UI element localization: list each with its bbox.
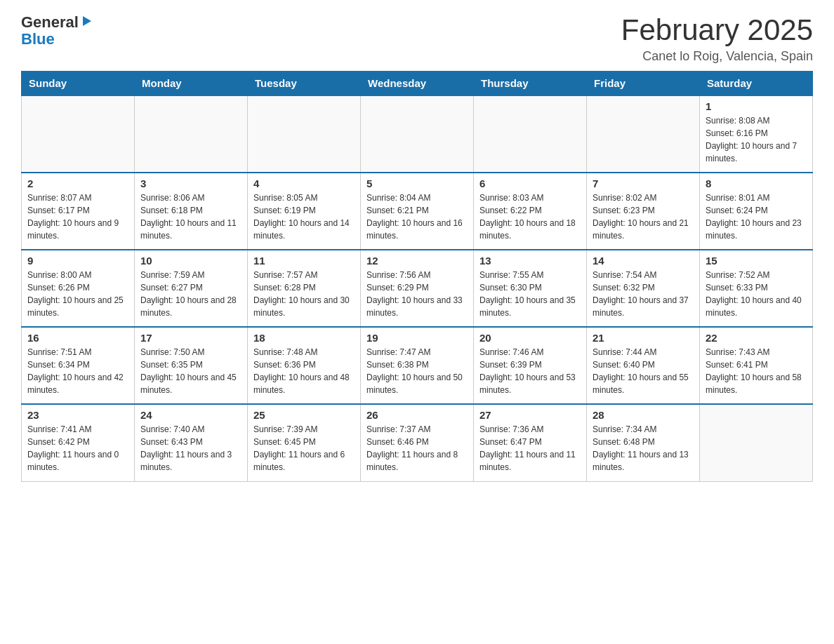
day-number: 13 bbox=[479, 255, 581, 267]
day-info: Sunrise: 7:55 AMSunset: 6:30 PMDaylight:… bbox=[479, 269, 581, 319]
day-info: Sunrise: 7:36 AMSunset: 6:47 PMDaylight:… bbox=[479, 423, 581, 474]
calendar-cell-w2-d1: 3Sunrise: 8:06 AMSunset: 6:18 PMDaylight… bbox=[135, 173, 248, 250]
day-info: Sunrise: 7:54 AMSunset: 6:32 PMDaylight:… bbox=[593, 269, 694, 319]
day-info: Sunrise: 7:37 AMSunset: 6:46 PMDaylight:… bbox=[366, 423, 468, 474]
location-title: Canet lo Roig, Valencia, Spain bbox=[621, 49, 813, 64]
calendar-cell-w5-d4: 27Sunrise: 7:36 AMSunset: 6:47 PMDayligh… bbox=[474, 404, 587, 481]
day-info: Sunrise: 7:52 AMSunset: 6:33 PMDaylight:… bbox=[706, 269, 807, 319]
calendar-table: Sunday Monday Tuesday Wednesday Thursday… bbox=[21, 71, 813, 482]
logo: General Blue bbox=[21, 14, 93, 48]
day-info: Sunrise: 7:47 AMSunset: 6:38 PMDaylight:… bbox=[366, 346, 468, 396]
day-info: Sunrise: 8:03 AMSunset: 6:22 PMDaylight:… bbox=[479, 192, 581, 242]
day-number: 1 bbox=[706, 100, 807, 112]
calendar-cell-w3-d1: 10Sunrise: 7:59 AMSunset: 6:27 PMDayligh… bbox=[135, 250, 248, 327]
day-number: 27 bbox=[479, 409, 581, 421]
day-info: Sunrise: 8:06 AMSunset: 6:18 PMDaylight:… bbox=[140, 192, 241, 242]
calendar-cell-w1-d5 bbox=[587, 95, 700, 173]
logo-general-text: General bbox=[21, 14, 79, 31]
calendar-cell-w4-d6: 22Sunrise: 7:43 AMSunset: 6:41 PMDayligh… bbox=[700, 327, 813, 404]
calendar-cell-w2-d4: 6Sunrise: 8:03 AMSunset: 6:22 PMDaylight… bbox=[474, 173, 587, 250]
calendar-cell-w5-d2: 25Sunrise: 7:39 AMSunset: 6:45 PMDayligh… bbox=[248, 404, 361, 481]
day-number: 2 bbox=[27, 177, 128, 189]
calendar-cell-w5-d6 bbox=[700, 404, 813, 481]
calendar-cell-w5-d1: 24Sunrise: 7:40 AMSunset: 6:43 PMDayligh… bbox=[135, 404, 248, 481]
day-number: 20 bbox=[479, 332, 581, 344]
calendar-cell-w3-d0: 9Sunrise: 8:00 AMSunset: 6:26 PMDaylight… bbox=[22, 250, 135, 327]
day-number: 11 bbox=[253, 255, 355, 267]
week-row-1: 1Sunrise: 8:08 AMSunset: 6:16 PMDaylight… bbox=[22, 95, 813, 173]
page-header: General Blue February 2025 Canet lo Roig… bbox=[21, 14, 813, 64]
col-monday: Monday bbox=[135, 72, 248, 96]
day-number: 26 bbox=[366, 409, 468, 421]
day-info: Sunrise: 7:51 AMSunset: 6:34 PMDaylight:… bbox=[27, 346, 128, 396]
col-tuesday: Tuesday bbox=[248, 72, 361, 96]
calendar-cell-w5-d5: 28Sunrise: 7:34 AMSunset: 6:48 PMDayligh… bbox=[587, 404, 700, 481]
day-number: 6 bbox=[479, 177, 581, 189]
day-info: Sunrise: 7:41 AMSunset: 6:42 PMDaylight:… bbox=[27, 423, 128, 474]
logo-blue-text: Blue bbox=[21, 31, 55, 48]
day-info: Sunrise: 8:07 AMSunset: 6:17 PMDaylight:… bbox=[27, 192, 128, 242]
col-friday: Friday bbox=[587, 72, 700, 96]
day-number: 9 bbox=[27, 255, 128, 267]
day-info: Sunrise: 8:00 AMSunset: 6:26 PMDaylight:… bbox=[27, 269, 128, 319]
day-info: Sunrise: 7:56 AMSunset: 6:29 PMDaylight:… bbox=[366, 269, 468, 319]
day-number: 12 bbox=[366, 255, 468, 267]
calendar-cell-w1-d2 bbox=[248, 95, 361, 173]
week-row-3: 9Sunrise: 8:00 AMSunset: 6:26 PMDaylight… bbox=[22, 250, 813, 327]
calendar-cell-w3-d3: 12Sunrise: 7:56 AMSunset: 6:29 PMDayligh… bbox=[361, 250, 474, 327]
day-info: Sunrise: 8:04 AMSunset: 6:21 PMDaylight:… bbox=[366, 192, 468, 242]
calendar-cell-w1-d0 bbox=[22, 95, 135, 173]
calendar-cell-w5-d3: 26Sunrise: 7:37 AMSunset: 6:46 PMDayligh… bbox=[361, 404, 474, 481]
day-number: 10 bbox=[140, 255, 241, 267]
day-info: Sunrise: 7:46 AMSunset: 6:39 PMDaylight:… bbox=[479, 346, 581, 396]
title-block: February 2025 Canet lo Roig, Valencia, S… bbox=[621, 14, 813, 64]
calendar-cell-w2-d3: 5Sunrise: 8:04 AMSunset: 6:21 PMDaylight… bbox=[361, 173, 474, 250]
calendar-cell-w3-d4: 13Sunrise: 7:55 AMSunset: 6:30 PMDayligh… bbox=[474, 250, 587, 327]
day-number: 18 bbox=[253, 332, 355, 344]
day-number: 14 bbox=[593, 255, 694, 267]
day-number: 7 bbox=[593, 177, 694, 189]
calendar-cell-w4-d5: 21Sunrise: 7:44 AMSunset: 6:40 PMDayligh… bbox=[587, 327, 700, 404]
calendar-cell-w3-d2: 11Sunrise: 7:57 AMSunset: 6:28 PMDayligh… bbox=[248, 250, 361, 327]
day-info: Sunrise: 7:59 AMSunset: 6:27 PMDaylight:… bbox=[140, 269, 241, 319]
day-info: Sunrise: 7:50 AMSunset: 6:35 PMDaylight:… bbox=[140, 346, 241, 396]
calendar-cell-w2-d5: 7Sunrise: 8:02 AMSunset: 6:23 PMDaylight… bbox=[587, 173, 700, 250]
calendar-cell-w4-d3: 19Sunrise: 7:47 AMSunset: 6:38 PMDayligh… bbox=[361, 327, 474, 404]
day-info: Sunrise: 7:34 AMSunset: 6:48 PMDaylight:… bbox=[593, 423, 694, 474]
day-info: Sunrise: 7:48 AMSunset: 6:36 PMDaylight:… bbox=[253, 346, 355, 396]
day-number: 17 bbox=[140, 332, 241, 344]
day-info: Sunrise: 8:08 AMSunset: 6:16 PMDaylight:… bbox=[706, 114, 807, 165]
calendar-cell-w4-d0: 16Sunrise: 7:51 AMSunset: 6:34 PMDayligh… bbox=[22, 327, 135, 404]
day-number: 25 bbox=[253, 409, 355, 421]
week-row-5: 23Sunrise: 7:41 AMSunset: 6:42 PMDayligh… bbox=[22, 404, 813, 481]
day-number: 8 bbox=[706, 177, 807, 189]
calendar-cell-w4-d2: 18Sunrise: 7:48 AMSunset: 6:36 PMDayligh… bbox=[248, 327, 361, 404]
calendar-cell-w5-d0: 23Sunrise: 7:41 AMSunset: 6:42 PMDayligh… bbox=[22, 404, 135, 481]
col-wednesday: Wednesday bbox=[361, 72, 474, 96]
day-number: 5 bbox=[366, 177, 468, 189]
calendar-cell-w4-d4: 20Sunrise: 7:46 AMSunset: 6:39 PMDayligh… bbox=[474, 327, 587, 404]
col-thursday: Thursday bbox=[474, 72, 587, 96]
week-row-4: 16Sunrise: 7:51 AMSunset: 6:34 PMDayligh… bbox=[22, 327, 813, 404]
day-number: 28 bbox=[593, 409, 694, 421]
day-info: Sunrise: 7:57 AMSunset: 6:28 PMDaylight:… bbox=[253, 269, 355, 319]
day-info: Sunrise: 7:44 AMSunset: 6:40 PMDaylight:… bbox=[593, 346, 694, 396]
calendar-cell-w2-d2: 4Sunrise: 8:05 AMSunset: 6:19 PMDaylight… bbox=[248, 173, 361, 250]
day-number: 16 bbox=[27, 332, 128, 344]
day-number: 23 bbox=[27, 409, 128, 421]
day-number: 21 bbox=[593, 332, 694, 344]
calendar-cell-w2-d6: 8Sunrise: 8:01 AMSunset: 6:24 PMDaylight… bbox=[700, 173, 813, 250]
day-number: 22 bbox=[706, 332, 807, 344]
calendar-header-row: Sunday Monday Tuesday Wednesday Thursday… bbox=[22, 72, 813, 96]
calendar-cell-w4-d1: 17Sunrise: 7:50 AMSunset: 6:35 PMDayligh… bbox=[135, 327, 248, 404]
calendar-cell-w1-d1 bbox=[135, 95, 248, 173]
month-title: February 2025 bbox=[621, 14, 813, 46]
week-row-2: 2Sunrise: 8:07 AMSunset: 6:17 PMDaylight… bbox=[22, 173, 813, 250]
logo-arrow-icon bbox=[80, 15, 93, 27]
svg-marker-0 bbox=[83, 16, 91, 26]
day-info: Sunrise: 8:05 AMSunset: 6:19 PMDaylight:… bbox=[253, 192, 355, 242]
day-info: Sunrise: 7:40 AMSunset: 6:43 PMDaylight:… bbox=[140, 423, 241, 474]
calendar-cell-w3-d6: 15Sunrise: 7:52 AMSunset: 6:33 PMDayligh… bbox=[700, 250, 813, 327]
calendar-cell-w1-d4 bbox=[474, 95, 587, 173]
col-sunday: Sunday bbox=[22, 72, 135, 96]
